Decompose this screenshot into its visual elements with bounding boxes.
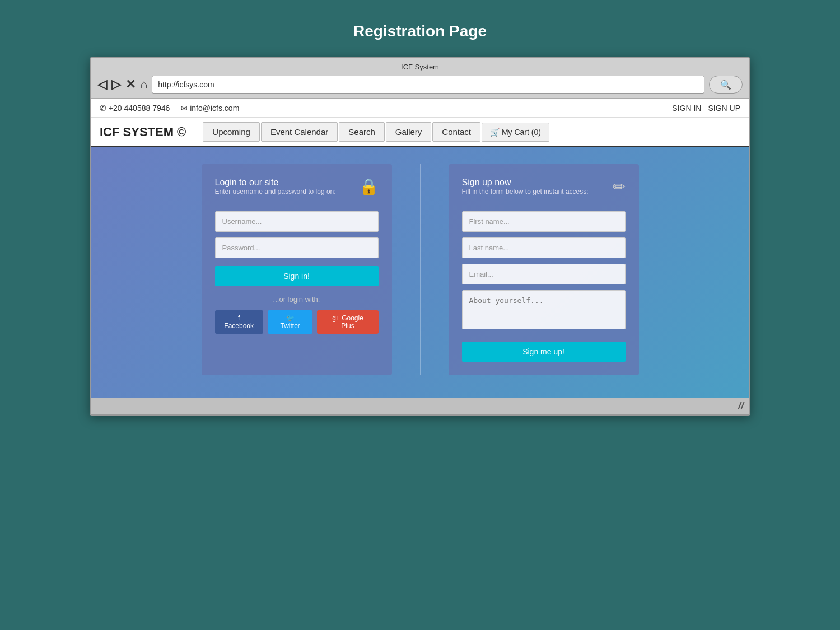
nav-item-search[interactable]: Search [339, 122, 385, 142]
search-icon: 🔍 [720, 80, 731, 90]
forward-button[interactable]: ▷ [111, 78, 121, 91]
close-button[interactable]: ✕ [125, 78, 136, 91]
nav-item-gallery[interactable]: Gallery [386, 122, 432, 142]
site-logo: ICF SYSTEM © [100, 125, 186, 139]
browser-search-button[interactable]: 🔍 [709, 76, 743, 94]
email-address: ✉ info@icfs.com [181, 104, 239, 113]
home-button[interactable]: ⌂ [140, 78, 147, 91]
main-nav: ICF SYSTEM © Upcoming Event Calendar Sea… [91, 118, 749, 147]
password-input[interactable] [215, 237, 379, 258]
nav-menu: Upcoming Event Calendar Search Gallery C… [203, 122, 549, 142]
login-title: Login to our site [215, 178, 336, 188]
nav-item-contact[interactable]: Contact [432, 122, 480, 142]
signup-panel: Sign up now Fill in the form below to ge… [449, 164, 639, 375]
or-login-text: ...or login with: [215, 295, 379, 304]
top-info-bar: ✆ +20 440588 7946 ✉ info@icfs.com SIGN I… [91, 99, 749, 118]
login-subtitle: Enter username and password to log on: [215, 188, 336, 195]
edit-icon: ✏ [613, 178, 626, 196]
username-input[interactable] [215, 211, 379, 232]
browser-window: ICF System ◁ ▷ ✕ ⌂ 🔍 ✆ +20 440588 7946 ✉… [90, 57, 750, 416]
social-buttons: f Facebook 🐦 Twitter g+ Google Plus [215, 310, 379, 334]
nav-item-event-calendar[interactable]: Event Calendar [261, 122, 338, 142]
address-bar[interactable] [152, 76, 704, 94]
signup-subtitle: Fill in the form below to get instant ac… [462, 188, 589, 195]
nav-item-upcoming[interactable]: Upcoming [203, 122, 260, 142]
panel-divider [420, 164, 421, 375]
cart-button[interactable]: 🛒 My Cart (0) [482, 123, 549, 142]
firstname-input[interactable] [462, 211, 626, 232]
google-button[interactable]: g+ Google Plus [317, 310, 378, 334]
back-button[interactable]: ◁ [97, 78, 107, 91]
facebook-button[interactable]: f Facebook [215, 310, 263, 334]
about-input[interactable] [462, 290, 626, 329]
website-content: ✆ +20 440588 7946 ✉ info@icfs.com SIGN I… [91, 99, 749, 398]
registration-content: Login to our site Enter username and pas… [91, 147, 749, 398]
signup-button[interactable]: Sign me up! [462, 342, 626, 362]
signup-link[interactable]: SIGN UP [708, 104, 740, 113]
phone-number: ✆ +20 440588 7946 [100, 104, 170, 113]
login-panel: Login to our site Enter username and pas… [202, 164, 392, 375]
lastname-input[interactable] [462, 237, 626, 258]
signin-link[interactable]: SIGN IN [672, 104, 701, 113]
status-icon: // [738, 400, 744, 412]
browser-title: ICF System [97, 63, 743, 71]
signup-title: Sign up now [462, 178, 589, 188]
browser-chrome: ICF System ◁ ▷ ✕ ⌂ 🔍 [91, 58, 749, 99]
browser-footer: // [91, 398, 749, 414]
lock-icon: 🔒 [359, 178, 379, 196]
page-title: Registration Page [353, 22, 487, 40]
email-input[interactable] [462, 264, 626, 284]
signin-button[interactable]: Sign in! [215, 266, 379, 286]
twitter-button[interactable]: 🐦 Twitter [268, 310, 313, 334]
